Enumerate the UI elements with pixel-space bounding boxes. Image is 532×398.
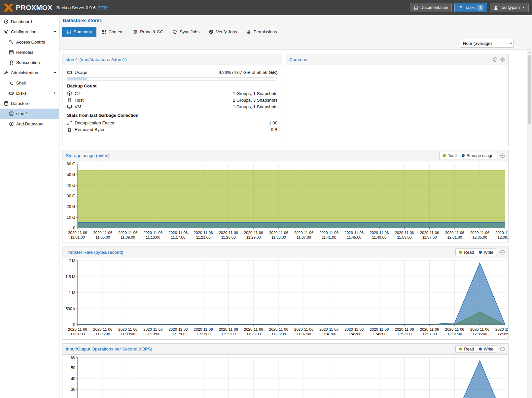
sidebar-item-disks[interactable]: Disks [0,88,59,98]
chevron-down-icon [53,71,57,75]
legend-item-write[interactable]: Write [479,250,493,255]
svg-text:2020-11-06: 2020-11-06 [168,231,188,235]
sidebar-item-dashboard[interactable]: Dashboard [0,17,59,27]
svg-text:11:45:00: 11:45:00 [347,235,361,239]
collapse-icon[interactable] [500,153,505,158]
sidebar-item-datastore[interactable]: Datastore [0,98,59,109]
beta-link[interactable]: BETA [97,5,108,10]
sidebar-item-shell[interactable]: Shell [0,78,59,88]
svg-text:11:05:00: 11:05:00 [95,332,110,336]
gear-icon[interactable] [500,57,505,62]
scrollbar-thumb[interactable] [528,55,531,124]
pluscircle-icon [9,121,14,126]
tasks-button[interactable]: Tasks 1 [454,3,487,12]
user-menu-button[interactable]: root@pam [490,3,529,12]
monitor-icon [67,104,72,109]
row-label: Removed Bytes [75,127,105,132]
usage-label: Usage [75,70,87,75]
tab-permissions[interactable]: Permissions [242,27,281,37]
database-icon [9,111,14,116]
sidebar-item-label: Disks [16,91,27,96]
sidebar-item-administration[interactable]: Administration [0,68,59,78]
svg-text:0: 0 [73,226,75,230]
sidebar-item-access-control[interactable]: Access Control [0,37,59,47]
backup-count-row: CT1 Groups, 1 Snapshots [67,90,277,97]
tab-label: Summary [74,29,92,34]
combo-chevron-down-icon[interactable] [509,41,514,46]
svg-text:2020-11-06: 2020-11-06 [118,327,137,331]
summary-panel-body: Usage9.23% (4.67 GiB of 50.56 GiB)Backup… [62,65,282,136]
scroll-area: store1 (/mnt/datastores/store1) Usage9.2… [59,50,527,398]
timeframe-select[interactable]: Hour (average) [460,39,514,48]
tab-summary[interactable]: Summary [62,27,96,37]
legend-item-total[interactable]: Total [443,153,456,158]
svg-text:50: 50 [71,366,76,370]
toolbar: Hour (average) [59,37,532,50]
svg-text:2020-11-06: 2020-11-06 [68,327,87,331]
svg-text:11:41:00: 11:41:00 [322,332,336,336]
sidebar-item-label: Configuration [11,29,36,34]
comment-clear-icon[interactable] [493,57,498,62]
legend-item-write[interactable]: Write [479,347,493,351]
svg-text:2020-11-06: 2020-11-06 [495,231,508,235]
svg-text:11:17:00: 11:17:00 [171,332,186,336]
collapse-icon[interactable] [500,250,505,255]
tab-label: Permissions [254,29,277,34]
chart-body: 0500 k1 M1.5 M2 M2020-11-0611:01:002020-… [62,258,508,339]
tasks-label: Tasks [465,5,476,10]
svg-text:11:53:00: 11:53:00 [397,332,412,336]
svg-text:2020-11-06: 2020-11-06 [93,231,112,235]
svg-text:2020-11-06: 2020-11-06 [370,231,389,235]
sync-icon [172,29,177,34]
svg-text:2020-11-06: 2020-11-06 [370,327,389,331]
comment-panel: Comment [286,54,509,146]
grid-icon [101,29,106,34]
backup-count-row: VM1 Groups, 1 Snapshots [67,103,277,110]
legend-label: Read [464,347,474,351]
summary-row: store1 (/mnt/datastores/store1) Usage9.2… [62,54,527,146]
sidebar-item-add-datastore[interactable]: Add Datastore [0,119,59,129]
svg-text:2 M: 2 M [69,258,75,263]
vertical-scrollbar[interactable]: ▲ [527,50,532,398]
collapse-icon[interactable] [500,347,505,351]
tab-verify-jobs[interactable]: Verify Jobs [204,27,241,37]
svg-text:11:37:00: 11:37:00 [297,332,311,336]
svg-text:12:09:00: 12:09:00 [498,332,508,336]
row-label: Host [75,98,84,103]
sidebar-item-store1[interactable]: store1 [0,109,59,119]
user-label: root@pam [500,5,520,10]
tab-sync-jobs[interactable]: Sync Jobs [168,27,204,37]
svg-text:11:13:00: 11:13:00 [146,235,160,239]
documentation-button[interactable]: Documentation [410,3,452,12]
sidebar-item-configuration[interactable]: Configuration [0,27,59,37]
sidebar-item-subscription[interactable]: Subscription [0,57,59,68]
legend-item-storage-usage[interactable]: Storage usage [462,153,493,158]
chevron-down-icon [522,6,525,9]
comment-body[interactable] [286,65,508,146]
documentation-label: Documentation [420,5,448,10]
chart-svg-iops: 01020304050602020-11-0611:01:002020-11-0… [62,355,508,398]
usage-value: 9.23% (4.67 GiB of 50.56 GiB) [219,70,277,75]
legend-item-read[interactable]: Read [459,347,474,351]
sidebar-item-remotes[interactable]: Remotes [0,47,59,57]
legend-item-read[interactable]: Read [459,250,474,255]
svg-text:2020-11-06: 2020-11-06 [269,231,288,235]
gc-stats-row: Deduplication Factor1.00 [67,119,277,126]
row-value: 1 Groups, 1 Snapshots [233,104,277,109]
chart-title: Transfer Rate (bytes/second) [66,250,123,255]
gauge-icon [4,19,9,24]
svg-text:20 G: 20 G [67,204,75,209]
sidebar-item-label: Administration [11,70,38,75]
tab-prune-gc[interactable]: Prune & GC [128,27,167,37]
svg-text:2020-11-06: 2020-11-06 [420,231,439,235]
sidebar-item-label: Shell [16,81,26,85]
svg-text:40: 40 [71,377,76,381]
svg-text:11:09:00: 11:09:00 [121,332,135,336]
tasks-list-icon [458,5,463,10]
legend-label: Write [484,250,493,255]
tab-content[interactable]: Content [97,27,128,37]
svg-text:11:01:00: 11:01:00 [70,235,85,239]
compress-icon [67,120,72,125]
scroll-up-arrow[interactable]: ▲ [527,50,532,55]
svg-text:2020-11-06: 2020-11-06 [244,327,263,331]
